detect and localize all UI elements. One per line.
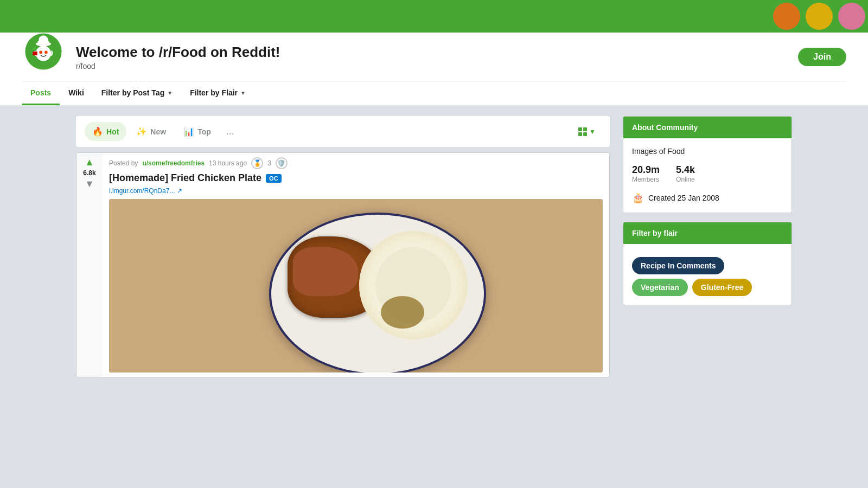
external-link-icon: ↗ — [177, 187, 182, 195]
main-content: 🔥 Hot ✨ New 📊 Top ... ▼ — [54, 105, 814, 388]
banner-decoration-2 — [806, 3, 833, 30]
online-value: 5.4k — [676, 164, 695, 176]
online-label: Online — [676, 176, 695, 183]
grid-view-icon — [578, 127, 587, 136]
banner — [0, 0, 868, 33]
members-stat: 20.9m Members — [632, 164, 660, 183]
view-chevron-icon: ▼ — [589, 128, 596, 136]
svg-point-6 — [44, 51, 48, 54]
post-author[interactable]: u/somefreedomfries — [142, 159, 205, 167]
subreddit-avatar — [22, 30, 65, 73]
banner-decoration-3 — [838, 3, 865, 30]
filter-flair-body: Recipe In Comments Vegetarian Gluten-Fre… — [623, 244, 792, 305]
sort-top-button[interactable]: 📊 Top — [176, 122, 219, 141]
subreddit-header-top: Welcome to /r/Food on Reddit! r/food Joi… — [22, 33, 846, 79]
members-label: Members — [632, 176, 660, 183]
members-value: 20.9m — [632, 164, 660, 176]
filter-flair-card: Filter by flair Recipe In Comments Veget… — [623, 222, 792, 305]
award-badge-2: 🛡️ — [276, 157, 288, 169]
sidebar: About Community Images of Food 20.9m Mem… — [623, 116, 792, 377]
upvote-button[interactable]: ▲ — [85, 157, 94, 167]
flair-tag-gluten-free[interactable]: Gluten-Free — [692, 279, 752, 296]
subreddit-name: r/food — [76, 62, 787, 70]
vote-column: ▲ 6.8k ▼ — [76, 153, 103, 377]
community-stats: 20.9m Members 5.4k Online — [632, 164, 783, 183]
subreddit-title: Welcome to /r/Food on Reddit! — [76, 44, 787, 61]
flair-tag-recipe-in-comments[interactable]: Recipe In Comments — [632, 257, 724, 274]
view-toggle-button[interactable]: ▼ — [573, 124, 601, 139]
nav-item-wiki[interactable]: Wiki — [60, 82, 93, 105]
created-date-text: Created 25 Jan 2008 — [648, 194, 719, 202]
subreddit-nav: Posts Wiki Filter by Post Tag ▼ Filter b… — [22, 81, 846, 105]
top-icon: 📊 — [183, 126, 194, 137]
banner-decorations — [770, 0, 868, 33]
post-title: [Homemade] Fried Chicken Plate OC — [109, 172, 603, 184]
sort-hot-button[interactable]: 🔥 Hot — [85, 122, 126, 141]
svg-rect-9 — [33, 52, 37, 55]
created-date: 🎂 Created 25 Jan 2008 — [632, 192, 783, 204]
svg-point-8 — [42, 41, 44, 43]
feed: 🔥 Hot ✨ New 📊 Top ... ▼ — [76, 116, 610, 377]
svg-point-4 — [36, 46, 51, 61]
sort-bar: 🔥 Hot ✨ New 📊 Top ... ▼ — [76, 116, 610, 147]
nav-item-filter-tag[interactable]: Filter by Post Tag ▼ — [93, 82, 181, 105]
hot-icon: 🔥 — [92, 126, 103, 137]
online-stat: 5.4k Online — [676, 164, 695, 183]
post-time: 13 hours ago — [209, 159, 247, 167]
gravy — [381, 296, 424, 329]
community-description: Images of Food — [632, 147, 783, 156]
award-badge-1: 🏅 — [251, 157, 263, 169]
posted-by-label: Posted by — [109, 159, 138, 167]
join-button[interactable]: Join — [798, 48, 846, 66]
subreddit-title-area: Welcome to /r/Food on Reddit! r/food — [76, 44, 787, 70]
plate — [269, 213, 486, 373]
subreddit-header: Welcome to /r/Food on Reddit! r/food Joi… — [0, 33, 868, 105]
filter-flair-header: Filter by flair — [623, 222, 792, 244]
snoo-icon — [24, 33, 62, 70]
downvote-button[interactable]: ▼ — [85, 179, 94, 189]
sort-more-button[interactable]: ... — [221, 121, 240, 142]
post-body: Posted by u/somefreedomfries 13 hours ag… — [103, 153, 609, 377]
banner-decoration-1 — [773, 3, 800, 30]
about-community-header: About Community — [623, 117, 792, 138]
nav-item-filter-flair[interactable]: Filter by Flair ▼ — [181, 82, 254, 105]
post-meta: Posted by u/somefreedomfries 13 hours ag… — [109, 157, 603, 169]
post-image[interactable] — [109, 199, 603, 373]
award-count: 3 — [267, 159, 271, 167]
post-link[interactable]: i.imgur.com/RQnDa7... ↗ — [109, 187, 603, 195]
about-community-body: Images of Food 20.9m Members 5.4k Online… — [623, 138, 792, 213]
vote-count: 6.8k — [83, 169, 95, 177]
flair-tag-vegetarian[interactable]: Vegetarian — [632, 279, 688, 296]
oc-badge: OC — [266, 174, 282, 183]
nav-item-posts[interactable]: Posts — [22, 82, 60, 105]
mashed-potato — [359, 231, 468, 339]
flair-tags-container: Recipe In Comments Vegetarian Gluten-Fre… — [632, 257, 783, 296]
cake-icon: 🎂 — [632, 192, 644, 204]
sort-new-button[interactable]: ✨ New — [129, 122, 174, 141]
post-card: ▲ 6.8k ▼ Posted by u/somefreedomfries 13… — [76, 152, 610, 377]
about-community-card: About Community Images of Food 20.9m Mem… — [623, 116, 792, 213]
filter-flair-arrow: ▼ — [240, 90, 246, 96]
svg-point-5 — [39, 51, 42, 54]
filter-tag-arrow: ▼ — [167, 90, 173, 96]
new-icon: ✨ — [136, 126, 147, 137]
